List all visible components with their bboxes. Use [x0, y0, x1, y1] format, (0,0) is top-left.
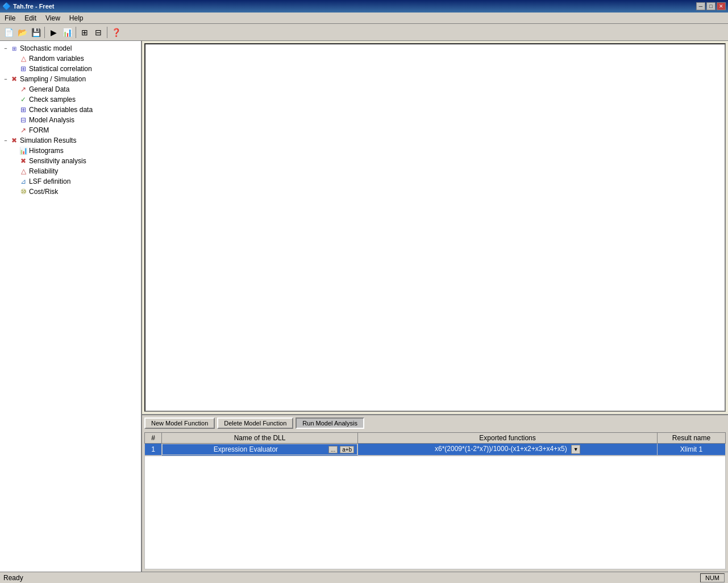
form-icon: ↗ [19, 126, 28, 135]
model-table: # Name of the DLL Exported functions Res… [144, 432, 726, 456]
menu-view[interactable]: View [41, 13, 65, 23]
grid2-button[interactable]: ⊟ [92, 26, 105, 39]
expand-sampling: − [2, 76, 9, 82]
sidebar-item-reliability[interactable]: △ Reliability [0, 166, 141, 176]
sens-icon: ✖ [19, 156, 28, 166]
sidebar-item-statistical-correlation[interactable]: ⊞ Statistical correlation [0, 64, 141, 74]
hist-icon: 📊 [19, 146, 28, 155]
expand-sens [11, 158, 18, 164]
sidebar-item-sampling[interactable]: − ✖ Sampling / Simulation [0, 74, 141, 84]
model-icon: ⊟ [19, 115, 28, 125]
sidebar-label-histograms: Histograms [29, 147, 64, 155]
new-model-function-button[interactable]: New Model Function [144, 417, 215, 429]
expand-stochastic: − [2, 45, 9, 52]
expand-general [11, 86, 18, 93]
sidebar-label-stochastic: Stochastic model [20, 44, 72, 52]
run-button[interactable]: ▶ [47, 26, 60, 39]
expand-stat [11, 65, 18, 72]
sidebar-item-lsf[interactable]: ⊿ LSF definition [0, 176, 141, 187]
random-icon: △ [19, 54, 28, 63]
status-num: NUM [700, 573, 725, 582]
expand-random [11, 55, 18, 62]
expand-form [11, 127, 18, 134]
expand-results: − [2, 137, 9, 144]
sidebar-label-cost-risk: Cost/Risk [29, 188, 58, 196]
sidebar-item-form[interactable]: ↗ FORM [0, 125, 141, 135]
sidebar-label-stat: Statistical correlation [29, 65, 92, 73]
stat-icon: ⊞ [19, 64, 28, 73]
menu-bar: File Edit View Help [0, 13, 728, 24]
sidebar-item-simulation-results[interactable]: − ✖ Simulation Results [0, 135, 141, 146]
col-header-result: Result name [658, 433, 726, 444]
minimize-button[interactable]: ─ [696, 2, 705, 10]
right-panel: New Model Function Delete Model Function… [142, 41, 728, 572]
title-bar-controls: ─ □ ✕ [696, 2, 726, 10]
sidebar-label-model-analysis: Model Analysis [29, 116, 74, 124]
app-icon: 🔷 [2, 2, 11, 10]
main-area: − ⊞ Stochastic model △ Random variables … [0, 41, 728, 572]
sidebar-label-form: FORM [29, 126, 49, 134]
content-area [144, 43, 726, 412]
sidebar-item-stochastic-model[interactable]: − ⊞ Stochastic model [0, 43, 141, 53]
sidebar-item-histograms[interactable]: 📊 Histograms [0, 146, 141, 156]
close-button[interactable]: ✕ [717, 2, 726, 10]
expand-check [11, 96, 18, 103]
dll-name-text: Expression Evaluator [165, 445, 327, 453]
menu-edit[interactable]: Edit [20, 13, 41, 23]
table-row[interactable]: 1 Expression Evaluator ... a+b x6*(2009*… [145, 444, 726, 456]
rel-icon: △ [19, 167, 28, 176]
grid-button[interactable]: ⊞ [78, 26, 91, 39]
sidebar-item-sensitivity[interactable]: ✖ Sensitivity analysis [0, 156, 141, 166]
cell-num: 1 [145, 444, 162, 456]
new-file-button[interactable]: 📄 [2, 26, 15, 39]
expand-check2 [11, 106, 18, 113]
export-text: x6*(2009*(1-2*x7))/1000-(x1+x2+x3+x4+x5) [435, 445, 567, 453]
lsf-icon: ⊿ [19, 177, 28, 186]
expression-btn[interactable]: a+b [340, 446, 354, 453]
status-bar: Ready NUM [0, 572, 728, 583]
sidebar-label-general: General Data [29, 85, 69, 93]
chart-button[interactable]: 📊 [61, 26, 73, 39]
table-empty-area [144, 456, 726, 569]
browse-dll-button[interactable]: ... [328, 446, 338, 453]
toolbar-sep-3 [107, 27, 107, 38]
table-header-row: # Name of the DLL Exported functions Res… [145, 433, 726, 444]
expand-lsf [11, 178, 18, 185]
sidebar-item-check-variables[interactable]: ⊞ Check variables data [0, 105, 141, 115]
delete-model-function-button[interactable]: Delete Model Function [217, 417, 293, 429]
expand-hist [11, 147, 18, 154]
sidebar-label-reliability: Reliability [29, 167, 58, 175]
run-model-analysis-button[interactable]: Run Model Analysis [296, 417, 364, 429]
toolbar-sep-1 [44, 27, 45, 38]
sidebar-item-general-data[interactable]: ↗ General Data [0, 84, 141, 94]
sidebar-item-check-samples[interactable]: ✓ Check samples [0, 94, 141, 105]
sidebar-item-random-variables[interactable]: △ Random variables [0, 53, 141, 64]
sidebar-label-lsf: LSF definition [29, 177, 70, 185]
toolbar: 📄 📂 💾 ▶ 📊 ⊞ ⊟ ❓ [0, 24, 728, 41]
export-dropdown[interactable]: ▼ [571, 445, 580, 454]
toolbar-sep-2 [76, 27, 76, 38]
expand-rel [11, 168, 18, 175]
cell-dll[interactable]: Expression Evaluator ... a+b [162, 444, 357, 455]
cell-export: x6*(2009*(1-2*x7))/1000-(x1+x2+x3+x4+x5)… [358, 444, 658, 456]
col-header-num: # [145, 433, 162, 444]
sampling-icon: ✖ [10, 75, 19, 84]
cost-icon: ⑩ [19, 187, 28, 196]
menu-help[interactable]: Help [65, 13, 88, 23]
status-right: NUM [700, 573, 725, 582]
menu-file[interactable]: File [0, 13, 20, 23]
result-text: Xlimit 1 [680, 445, 702, 453]
help-button[interactable]: ❓ [110, 26, 122, 39]
save-button[interactable]: 💾 [30, 26, 42, 39]
button-row: New Model Function Delete Model Function… [144, 417, 726, 429]
stochastic-icon: ⊞ [10, 44, 19, 53]
check2-icon: ⊞ [19, 105, 28, 114]
general-icon: ↗ [19, 85, 28, 94]
restore-button[interactable]: □ [706, 2, 715, 10]
cell-result: Xlimit 1 [658, 444, 726, 456]
expand-cost [11, 188, 18, 195]
sidebar-item-cost-risk[interactable]: ⑩ Cost/Risk [0, 187, 141, 197]
open-button[interactable]: 📂 [16, 26, 28, 39]
sidebar: − ⊞ Stochastic model △ Random variables … [0, 41, 142, 572]
sidebar-item-model-analysis[interactable]: ⊟ Model Analysis [0, 115, 141, 125]
